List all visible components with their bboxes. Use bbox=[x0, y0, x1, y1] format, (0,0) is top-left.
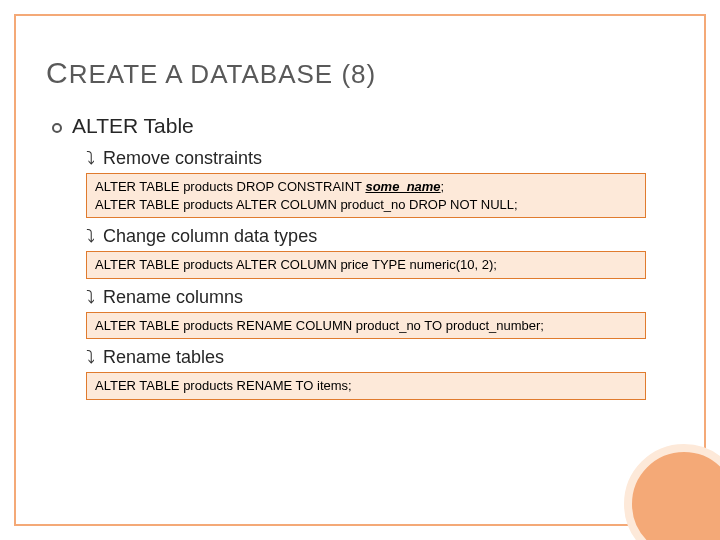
code-box: ALTER TABLE products RENAME COLUMN produ… bbox=[86, 312, 646, 340]
code-box: ALTER TABLE products DROP CONSTRAINT som… bbox=[86, 173, 646, 218]
slide-content: CREATE A DATABASE (8) ALTER Table ⤵ Remo… bbox=[16, 16, 704, 524]
bullet-level2: ⤵ Remove constraints bbox=[86, 148, 674, 169]
title-part: A bbox=[158, 59, 182, 89]
code-box: ALTER TABLE products RENAME TO items; bbox=[86, 372, 646, 400]
title-part: DATABASE bbox=[182, 59, 333, 89]
lvl2-text: Remove constraints bbox=[103, 148, 262, 169]
lvl2-text: Change column data types bbox=[103, 226, 317, 247]
bullet-level2: ⤵ Rename columns bbox=[86, 287, 674, 308]
title-part: (8) bbox=[333, 59, 376, 89]
title-part: C bbox=[46, 56, 69, 89]
arrow-bullet-icon: ⤵ bbox=[86, 288, 95, 306]
circle-bullet-icon bbox=[52, 123, 62, 133]
bullet-level2: ⤵ Change column data types bbox=[86, 226, 674, 247]
arrow-bullet-icon: ⤵ bbox=[86, 348, 95, 366]
bullet-level2: ⤵ Rename tables bbox=[86, 347, 674, 368]
code-box: ALTER TABLE products ALTER COLUMN price … bbox=[86, 251, 646, 279]
title-part: REATE bbox=[69, 59, 159, 89]
arrow-bullet-icon: ⤵ bbox=[86, 149, 95, 167]
decorative-circle-icon bbox=[624, 444, 720, 540]
lvl2-text: Rename tables bbox=[103, 347, 224, 368]
lvl2-text: Rename columns bbox=[103, 287, 243, 308]
bullet-level1: ALTER Table bbox=[52, 114, 674, 138]
lvl1-text: ALTER Table bbox=[72, 114, 194, 138]
arrow-bullet-icon: ⤵ bbox=[86, 227, 95, 245]
slide-title: CREATE A DATABASE (8) bbox=[46, 56, 674, 90]
